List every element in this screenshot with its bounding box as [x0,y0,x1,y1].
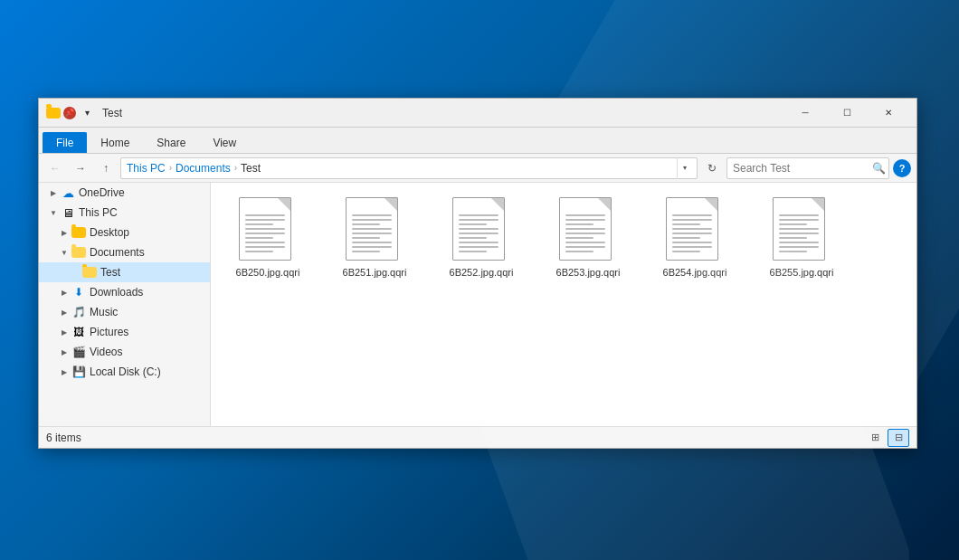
sidebar-item-local-disk[interactable]: ▶ 💾 Local Disk (C:) [39,362,210,382]
sidebar-label-this-pc: This PC [79,206,118,219]
minimize-button[interactable]: ─ [784,99,826,128]
expand-arrow-this-pc: ▼ [46,205,61,220]
expand-arrow-local-disk: ▶ [57,365,71,379]
forward-button[interactable]: → [70,157,91,179]
file-item[interactable]: 6B250.jpg.qqri [218,190,318,286]
breadcrumb-documents[interactable]: Documents [176,162,231,175]
item-count: 6 items [46,432,81,444]
sidebar-label-documents: Documents [90,246,145,259]
title-bar: 📌 ▾ Test ─ ☐ ✕ [39,99,916,128]
expand-arrow-onedrive: ▶ [46,185,61,200]
sidebar-label-pictures: Pictures [90,326,128,338]
sidebar-label-videos: Videos [90,346,122,358]
file-icon [666,197,724,262]
file-name: 6B252.jpg.qqri [450,266,514,279]
breadcrumb-this-pc[interactable]: This PC [127,162,166,175]
search-input[interactable] [726,157,889,179]
breadcrumb: This PC › Documents › Test ▾ [120,157,698,179]
local-disk-icon: 💾 [71,365,86,379]
content-area: 6B250.jpg.qqri6B251.jpg.qqri6B252.jpg.qq… [211,183,916,426]
videos-icon: 🎬 [71,345,86,359]
file-icon [346,197,404,262]
file-item[interactable]: 6B252.jpg.qqri [432,190,531,286]
view-buttons: ⊞ ⊟ [864,429,909,447]
main-area: ▶ ☁ OneDrive ▼ 🖥 This PC ▶ Desktop ▼ [39,183,916,426]
search-wrap: 🔍 [726,157,889,179]
bc-sep-2: › [234,163,237,173]
pin-title-icon: 📌 [62,106,77,120]
tab-file[interactable]: File [43,132,87,153]
desktop-icon [71,225,86,240]
file-item[interactable]: 6B253.jpg.qqri [538,190,638,286]
close-button[interactable]: ✕ [868,99,909,128]
file-item[interactable]: 6B254.jpg.qqri [645,190,745,286]
sidebar-label-downloads: Downloads [90,286,143,299]
sidebar-item-onedrive[interactable]: ▶ ☁ OneDrive [39,183,210,203]
file-name: 6B253.jpg.qqri [556,266,621,279]
file-name: 6B250.jpg.qqri [236,266,300,279]
onedrive-icon: ☁ [61,185,75,200]
sidebar-item-test[interactable]: Test [39,262,210,282]
file-name: 6B251.jpg.qqri [343,266,407,279]
window-controls: ─ ☐ ✕ [784,99,909,128]
sidebar-item-documents[interactable]: ▼ Documents [39,242,210,262]
expand-arrow-desktop: ▶ [57,225,71,240]
view-list-button[interactable]: ⊞ [864,429,886,447]
tab-home[interactable]: Home [87,132,143,153]
folder-title-icon [46,106,61,120]
bc-sep-1: › [169,163,172,173]
sidebar-item-this-pc[interactable]: ▼ 🖥 This PC [39,203,210,223]
view-icons-button[interactable]: ⊟ [888,429,909,447]
expand-arrow-documents: ▼ [57,245,71,260]
sidebar-item-music[interactable]: ▶ 🎵 Music [39,302,210,322]
file-explorer-window: 📌 ▾ Test ─ ☐ ✕ File Home Share View ← → … [38,98,917,449]
up-button[interactable]: ↑ [95,157,117,179]
file-icon [452,197,510,262]
expand-arrow-videos: ▶ [57,345,71,359]
file-item[interactable]: 6B251.jpg.qqri [325,190,424,286]
help-button[interactable]: ? [893,159,911,177]
test-folder-icon [82,265,97,280]
sidebar: ▶ ☁ OneDrive ▼ 🖥 This PC ▶ Desktop ▼ [39,183,211,426]
breadcrumb-dropdown[interactable]: ▾ [677,157,691,179]
sidebar-label-onedrive: OneDrive [79,186,125,199]
sidebar-item-downloads[interactable]: ▶ ⬇ Downloads [39,282,210,302]
sidebar-label-desktop: Desktop [90,226,129,239]
file-name: 6B254.jpg.qqri [663,266,727,279]
downloads-icon: ⬇ [71,285,86,299]
documents-icon [71,245,86,260]
this-pc-icon: 🖥 [61,205,75,220]
sidebar-item-desktop[interactable]: ▶ Desktop [39,223,210,242]
music-icon: 🎵 [71,305,86,319]
window-title: Test [102,107,784,119]
refresh-button[interactable]: ↻ [701,157,723,179]
title-bar-icons: 📌 ▾ [46,105,95,121]
expand-arrow-test [68,265,82,280]
file-icon [773,197,831,262]
search-icon-button[interactable]: 🔍 [872,162,886,175]
expand-arrow-music: ▶ [57,305,71,319]
breadcrumb-test: Test [241,162,261,175]
sidebar-label-music: Music [90,306,118,318]
qat-dropdown-btn[interactable]: ▾ [79,105,95,121]
sidebar-label-local-disk: Local Disk (C:) [90,365,161,378]
sidebar-item-pictures[interactable]: ▶ 🖼 Pictures [39,322,210,342]
tab-view[interactable]: View [199,132,250,153]
maximize-button[interactable]: ☐ [826,99,868,128]
back-button[interactable]: ← [44,157,66,179]
ribbon-tabs: File Home Share View [39,128,916,153]
status-bar: 6 items ⊞ ⊟ [39,426,916,448]
sidebar-item-videos[interactable]: ▶ 🎬 Videos [39,342,210,362]
expand-arrow-downloads: ▶ [57,285,71,299]
expand-arrow-pictures: ▶ [57,325,71,339]
ribbon: File Home Share View [39,128,916,154]
file-icon [239,197,297,262]
file-icon [559,197,617,262]
pictures-icon: 🖼 [71,325,86,339]
sidebar-label-test: Test [100,266,120,279]
file-item[interactable]: 6B255.jpg.qqri [752,190,851,286]
address-bar: ← → ↑ This PC › Documents › Test ▾ ↻ 🔍 ? [39,154,916,183]
tab-share[interactable]: Share [143,132,199,153]
file-name: 6B255.jpg.qqri [770,266,834,279]
